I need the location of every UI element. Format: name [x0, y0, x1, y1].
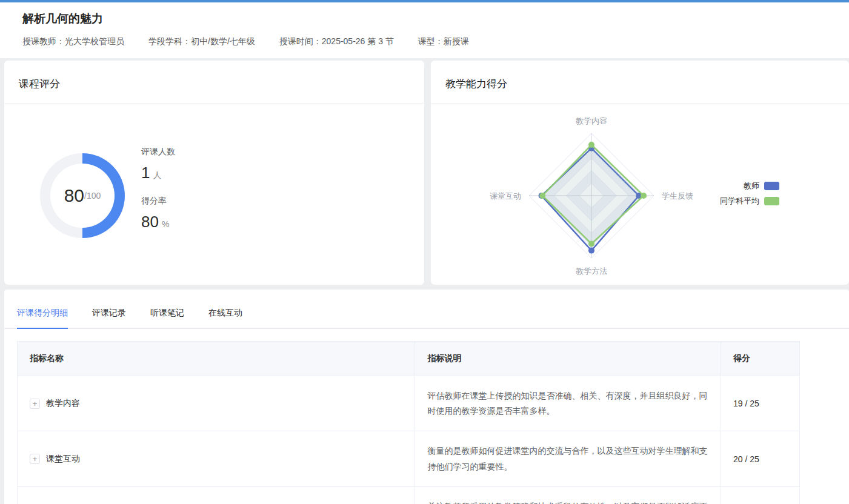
- score-detail-table: 指标名称 指标说明 得分 +教学内容 评估教师在课堂上传授的知识是否准确、相关、…: [17, 341, 800, 504]
- score-rate-unit: %: [162, 219, 169, 229]
- column-header-indicator-name: 指标名称: [18, 342, 415, 376]
- score-donut-center: 80/100: [50, 164, 115, 228]
- course-score-card-title: 课程评分: [4, 61, 424, 91]
- score-denominator: /100: [84, 191, 101, 201]
- indicator-score: 19 / 25: [733, 399, 759, 408]
- legend-label: 教师: [744, 181, 759, 191]
- teaching-ability-card: 教学能力得分 教学内容学生反馈教学方法课堂互动 教师 同学科平均: [431, 61, 849, 285]
- indicator-description: 评估教师在课堂上传授的知识是否准确、相关、有深度，并且组织良好，同时使用的教学资…: [427, 388, 708, 419]
- reviewer-count-unit: 人: [153, 170, 161, 180]
- course-score-card: 课程评分 80/100 评课人数 1人 得分率 80%: [4, 61, 424, 285]
- score-value: 80: [64, 185, 84, 206]
- meta-time: 授课时间：2025-05-26 第 3 节: [279, 36, 394, 47]
- score-rate-label: 得分率: [141, 196, 175, 207]
- meta-subject: 学段学科：初中/数学/七年级: [148, 36, 255, 47]
- page-title: 解析几何的魅力: [22, 11, 849, 27]
- card-divider: [4, 103, 424, 104]
- indicator-name: 教学内容: [46, 398, 80, 409]
- tab-listening-notes[interactable]: 听课笔记: [150, 308, 184, 329]
- tab-evaluation-records[interactable]: 评课记录: [92, 308, 126, 329]
- score-stats: 评课人数 1人 得分率 80%: [141, 147, 175, 245]
- lesson-header: 解析几何的魅力 授课教师：光大学校管理员 学段学科：初中/数学/七年级 授课时间…: [0, 2, 849, 58]
- table-row[interactable]: +教学方法 关注教师所采用的教学策略和技术手段的有效性，以及它们是否能够适应不同…: [18, 486, 800, 504]
- legend-swatch-subject-average: [764, 197, 779, 205]
- tab-score-detail[interactable]: 评课得分明细: [17, 308, 68, 329]
- indicator-description: 关注教师所采用的教学策略和技术手段的有效性，以及它们是否能够适应不同的学习风格和…: [427, 499, 708, 504]
- svg-text:课堂互动: 课堂互动: [490, 191, 521, 201]
- indicator-score: 20 / 25: [733, 454, 759, 464]
- svg-text:学生反馈: 学生反馈: [662, 191, 693, 201]
- indicator-description: 衡量的是教师如何促进课堂内的交流与合作，以及这些互动对学生理解和支持他们学习的重…: [427, 443, 708, 474]
- legend-label: 同学科平均: [720, 196, 759, 207]
- column-header-score: 得分: [721, 342, 800, 376]
- lesson-meta-row: 授课教师：光大学校管理员 学段学科：初中/数学/七年级 授课时间：2025-05…: [22, 36, 849, 47]
- table-row[interactable]: +教学内容 评估教师在课堂上传授的知识是否准确、相关、有深度，并且组织良好，同时…: [18, 376, 800, 431]
- column-header-indicator-desc: 指标说明: [415, 342, 721, 376]
- tab-bar: 评课得分明细 评课记录 听课笔记 在线互动: [4, 290, 849, 329]
- svg-text:教学内容: 教学内容: [576, 116, 607, 125]
- radar-legend: 教师 同学科平均: [720, 181, 779, 207]
- score-donut-chart: 80/100: [40, 153, 125, 238]
- tab-online-interaction[interactable]: 在线互动: [208, 308, 242, 329]
- legend-item-teacher[interactable]: 教师: [744, 181, 779, 191]
- expand-row-icon[interactable]: +: [30, 454, 40, 464]
- legend-swatch-teacher: [764, 182, 779, 190]
- meta-course-type: 课型：新授课: [418, 36, 469, 47]
- expand-row-icon[interactable]: +: [30, 399, 40, 409]
- reviewer-count-value: 1人: [141, 164, 175, 182]
- table-row[interactable]: +课堂互动 衡量的是教师如何促进课堂内的交流与合作，以及这些互动对学生理解和支持…: [18, 431, 800, 486]
- table-header-row: 指标名称 指标说明 得分: [18, 342, 800, 376]
- meta-teacher: 授课教师：光大学校管理员: [22, 36, 124, 47]
- radar-chart: 教学内容学生反馈教学方法课堂互动: [431, 103, 849, 285]
- score-rate-value: 80%: [141, 213, 175, 231]
- evaluation-detail-section: 评课得分明细 评课记录 听课笔记 在线互动 指标名称 指标说明 得分 +教学内容…: [4, 290, 849, 504]
- reviewer-count-label: 评课人数: [141, 147, 175, 158]
- svg-text:教学方法: 教学方法: [576, 267, 607, 276]
- teaching-ability-card-title: 教学能力得分: [431, 61, 849, 91]
- legend-item-subject-average[interactable]: 同学科平均: [720, 196, 779, 207]
- indicator-name: 课堂互动: [46, 454, 80, 465]
